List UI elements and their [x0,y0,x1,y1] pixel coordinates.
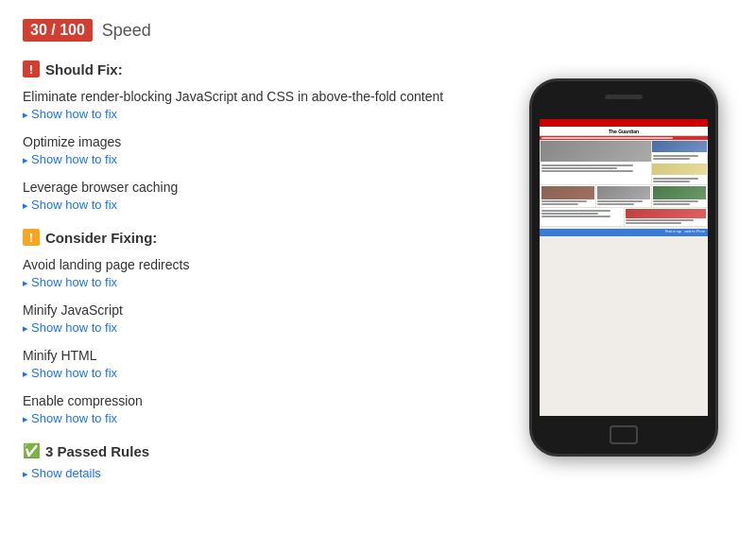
phone-speaker [605,95,643,99]
show-how-to-fix-link[interactable]: Show how to fix [23,275,117,289]
show-how-to-fix-link[interactable]: Show how to fix [23,152,117,166]
rule-title: Eliminate render-blocking JavaScript and… [23,89,469,104]
should-fix-heading: Should Fix: [45,61,123,78]
left-panel: 30 / 100 Speed ! Should Fix: Eliminate r… [0,0,491,535]
show-how-to-fix-link[interactable]: Show how to fix [23,320,117,335]
right-panel: The Guardian [491,0,756,535]
rule-title: Leverage browser caching [23,180,469,195]
phone-mockup: The Guardian [529,78,718,457]
rule-item: Minify HTML Show how to fix [23,348,469,380]
rule-item: Enable compression Show how to fix [23,393,469,425]
show-details-link[interactable]: Show details [23,466,101,480]
score-header: 30 / 100 Speed [23,19,469,42]
rule-item: Minify JavaScript Show how to fix [23,302,469,335]
consider-fixing-header: ! Consider Fixing: [23,229,469,246]
speed-label: Speed [102,21,151,41]
should-fix-icon: ! [23,60,40,78]
passed-rules-header: ✅ 3 Passed Rules [23,442,469,459]
rule-title: Avoid landing page redirects [23,257,469,272]
passed-rules-section: ✅ 3 Passed Rules Show details [23,442,469,480]
phone-outer: The Guardian [529,78,718,457]
show-how-to-fix-link[interactable]: Show how to fix [23,107,117,121]
score-badge: 30 / 100 [23,19,93,42]
show-how-to-fix-link[interactable]: Show how to fix [23,198,117,212]
rule-title: Minify JavaScript [23,302,469,318]
should-fix-section: ! Should Fix: Eliminate render-blocking … [23,60,469,212]
should-fix-header: ! Should Fix: [23,60,469,78]
consider-fixing-section: ! Consider Fixing: Avoid landing page re… [23,229,469,425]
passed-rules-label: 3 Passed Rules [45,443,149,459]
rule-title: Minify HTML [23,348,469,363]
rule-item: Leverage browser caching Show how to fix [23,180,469,212]
phone-screen: The Guardian [540,119,708,416]
rule-item: Eliminate render-blocking JavaScript and… [23,89,469,121]
newspaper-content: The Guardian [540,119,708,416]
rule-item: Avoid landing page redirects Show how to… [23,257,469,289]
phone-home-button [610,425,638,444]
rule-title: Optimize images [23,134,469,149]
consider-fixing-heading: Consider Fixing: [45,230,157,246]
check-icon: ✅ [23,442,40,459]
rule-item: Optimize images Show how to fix [23,134,469,166]
show-how-to-fix-link[interactable]: Show how to fix [23,366,117,380]
show-how-to-fix-link[interactable]: Show how to fix [23,411,117,425]
consider-fixing-icon: ! [23,229,40,246]
rule-title: Enable compression [23,393,469,408]
